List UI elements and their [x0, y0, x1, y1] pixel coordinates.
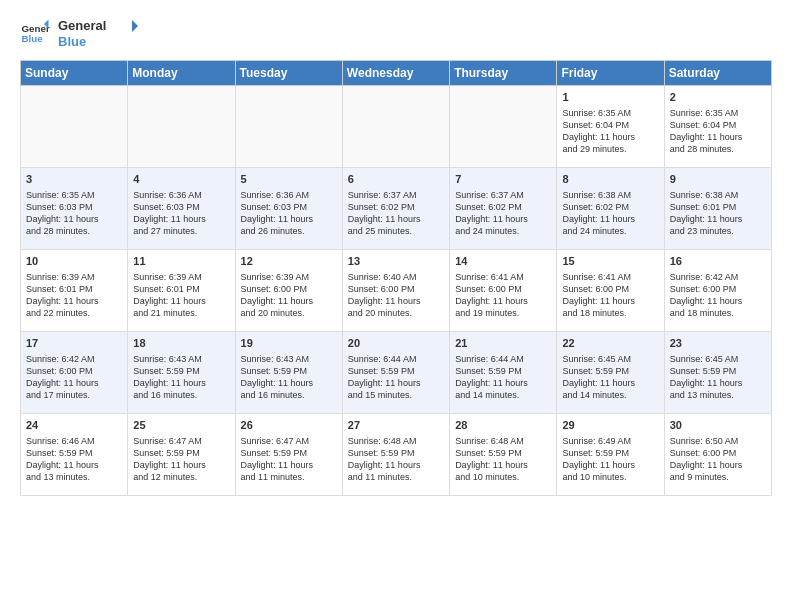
day-number: 29 — [562, 418, 659, 433]
calendar-cell: 28Sunrise: 6:48 AM Sunset: 5:59 PM Dayli… — [450, 414, 557, 496]
day-info: Sunrise: 6:36 AM Sunset: 6:03 PM Dayligh… — [133, 189, 230, 238]
day-info: Sunrise: 6:47 AM Sunset: 5:59 PM Dayligh… — [241, 435, 338, 484]
calendar-cell: 27Sunrise: 6:48 AM Sunset: 5:59 PM Dayli… — [342, 414, 449, 496]
calendar-cell — [450, 86, 557, 168]
day-info: Sunrise: 6:35 AM Sunset: 6:03 PM Dayligh… — [26, 189, 123, 238]
weekday-header-friday: Friday — [557, 61, 664, 86]
day-info: Sunrise: 6:46 AM Sunset: 5:59 PM Dayligh… — [26, 435, 123, 484]
day-info: Sunrise: 6:35 AM Sunset: 6:04 PM Dayligh… — [670, 107, 767, 156]
calendar-cell: 13Sunrise: 6:40 AM Sunset: 6:00 PM Dayli… — [342, 250, 449, 332]
day-number: 21 — [455, 336, 552, 351]
calendar-cell: 8Sunrise: 6:38 AM Sunset: 6:02 PM Daylig… — [557, 168, 664, 250]
day-number: 7 — [455, 172, 552, 187]
logo-general-text: General — [58, 18, 106, 33]
day-number: 22 — [562, 336, 659, 351]
day-info: Sunrise: 6:39 AM Sunset: 6:01 PM Dayligh… — [133, 271, 230, 320]
day-number: 26 — [241, 418, 338, 433]
calendar-table: SundayMondayTuesdayWednesdayThursdayFrid… — [20, 60, 772, 496]
logo-icon: General Blue — [20, 18, 50, 48]
calendar-week-3: 10Sunrise: 6:39 AM Sunset: 6:01 PM Dayli… — [21, 250, 772, 332]
logo-text-svg: General Blue — [58, 16, 138, 50]
day-number: 16 — [670, 254, 767, 269]
day-number: 30 — [670, 418, 767, 433]
calendar-cell — [235, 86, 342, 168]
calendar-cell: 24Sunrise: 6:46 AM Sunset: 5:59 PM Dayli… — [21, 414, 128, 496]
day-number: 1 — [562, 90, 659, 105]
calendar-cell: 26Sunrise: 6:47 AM Sunset: 5:59 PM Dayli… — [235, 414, 342, 496]
weekday-header-sunday: Sunday — [21, 61, 128, 86]
weekday-header-saturday: Saturday — [664, 61, 771, 86]
calendar-cell: 1Sunrise: 6:35 AM Sunset: 6:04 PM Daylig… — [557, 86, 664, 168]
calendar-cell — [342, 86, 449, 168]
day-info: Sunrise: 6:48 AM Sunset: 5:59 PM Dayligh… — [348, 435, 445, 484]
day-number: 5 — [241, 172, 338, 187]
day-info: Sunrise: 6:50 AM Sunset: 6:00 PM Dayligh… — [670, 435, 767, 484]
calendar-cell: 20Sunrise: 6:44 AM Sunset: 5:59 PM Dayli… — [342, 332, 449, 414]
day-info: Sunrise: 6:42 AM Sunset: 6:00 PM Dayligh… — [26, 353, 123, 402]
day-info: Sunrise: 6:45 AM Sunset: 5:59 PM Dayligh… — [562, 353, 659, 402]
day-number: 2 — [670, 90, 767, 105]
day-info: Sunrise: 6:48 AM Sunset: 5:59 PM Dayligh… — [455, 435, 552, 484]
day-number: 12 — [241, 254, 338, 269]
day-number: 23 — [670, 336, 767, 351]
day-info: Sunrise: 6:41 AM Sunset: 6:00 PM Dayligh… — [455, 271, 552, 320]
calendar-cell: 21Sunrise: 6:44 AM Sunset: 5:59 PM Dayli… — [450, 332, 557, 414]
calendar-cell: 5Sunrise: 6:36 AM Sunset: 6:03 PM Daylig… — [235, 168, 342, 250]
calendar-cell: 11Sunrise: 6:39 AM Sunset: 6:01 PM Dayli… — [128, 250, 235, 332]
day-info: Sunrise: 6:36 AM Sunset: 6:03 PM Dayligh… — [241, 189, 338, 238]
weekday-header-monday: Monday — [128, 61, 235, 86]
calendar-cell: 19Sunrise: 6:43 AM Sunset: 5:59 PM Dayli… — [235, 332, 342, 414]
day-info: Sunrise: 6:43 AM Sunset: 5:59 PM Dayligh… — [241, 353, 338, 402]
calendar-cell: 14Sunrise: 6:41 AM Sunset: 6:00 PM Dayli… — [450, 250, 557, 332]
header: General Blue General Blue — [20, 16, 772, 50]
weekday-header-row: SundayMondayTuesdayWednesdayThursdayFrid… — [21, 61, 772, 86]
svg-text:Blue: Blue — [22, 33, 44, 44]
day-number: 9 — [670, 172, 767, 187]
calendar-week-4: 17Sunrise: 6:42 AM Sunset: 6:00 PM Dayli… — [21, 332, 772, 414]
day-number: 25 — [133, 418, 230, 433]
day-number: 6 — [348, 172, 445, 187]
day-info: Sunrise: 6:42 AM Sunset: 6:00 PM Dayligh… — [670, 271, 767, 320]
day-number: 4 — [133, 172, 230, 187]
day-number: 14 — [455, 254, 552, 269]
calendar-cell: 30Sunrise: 6:50 AM Sunset: 6:00 PM Dayli… — [664, 414, 771, 496]
calendar-cell: 9Sunrise: 6:38 AM Sunset: 6:01 PM Daylig… — [664, 168, 771, 250]
day-info: Sunrise: 6:40 AM Sunset: 6:00 PM Dayligh… — [348, 271, 445, 320]
day-info: Sunrise: 6:39 AM Sunset: 6:01 PM Dayligh… — [26, 271, 123, 320]
calendar-cell: 7Sunrise: 6:37 AM Sunset: 6:02 PM Daylig… — [450, 168, 557, 250]
calendar-cell: 4Sunrise: 6:36 AM Sunset: 6:03 PM Daylig… — [128, 168, 235, 250]
weekday-header-wednesday: Wednesday — [342, 61, 449, 86]
day-info: Sunrise: 6:35 AM Sunset: 6:04 PM Dayligh… — [562, 107, 659, 156]
day-number: 15 — [562, 254, 659, 269]
day-number: 8 — [562, 172, 659, 187]
day-info: Sunrise: 6:49 AM Sunset: 5:59 PM Dayligh… — [562, 435, 659, 484]
calendar-cell: 6Sunrise: 6:37 AM Sunset: 6:02 PM Daylig… — [342, 168, 449, 250]
day-info: Sunrise: 6:37 AM Sunset: 6:02 PM Dayligh… — [348, 189, 445, 238]
day-info: Sunrise: 6:37 AM Sunset: 6:02 PM Dayligh… — [455, 189, 552, 238]
day-number: 11 — [133, 254, 230, 269]
day-info: Sunrise: 6:44 AM Sunset: 5:59 PM Dayligh… — [348, 353, 445, 402]
calendar-cell: 22Sunrise: 6:45 AM Sunset: 5:59 PM Dayli… — [557, 332, 664, 414]
calendar-cell: 23Sunrise: 6:45 AM Sunset: 5:59 PM Dayli… — [664, 332, 771, 414]
day-info: Sunrise: 6:44 AM Sunset: 5:59 PM Dayligh… — [455, 353, 552, 402]
calendar-week-5: 24Sunrise: 6:46 AM Sunset: 5:59 PM Dayli… — [21, 414, 772, 496]
day-info: Sunrise: 6:39 AM Sunset: 6:00 PM Dayligh… — [241, 271, 338, 320]
day-info: Sunrise: 6:41 AM Sunset: 6:00 PM Dayligh… — [562, 271, 659, 320]
logo-blue-text: Blue — [58, 34, 86, 49]
calendar-cell: 2Sunrise: 6:35 AM Sunset: 6:04 PM Daylig… — [664, 86, 771, 168]
day-number: 19 — [241, 336, 338, 351]
calendar-cell: 12Sunrise: 6:39 AM Sunset: 6:00 PM Dayli… — [235, 250, 342, 332]
day-number: 18 — [133, 336, 230, 351]
day-number: 10 — [26, 254, 123, 269]
calendar-cell: 29Sunrise: 6:49 AM Sunset: 5:59 PM Dayli… — [557, 414, 664, 496]
calendar-week-1: 1Sunrise: 6:35 AM Sunset: 6:04 PM Daylig… — [21, 86, 772, 168]
page-container: General Blue General Blue SundayMondayTu… — [0, 0, 792, 508]
day-info: Sunrise: 6:43 AM Sunset: 5:59 PM Dayligh… — [133, 353, 230, 402]
calendar-cell — [128, 86, 235, 168]
logo: General Blue General Blue — [20, 16, 138, 50]
weekday-header-tuesday: Tuesday — [235, 61, 342, 86]
day-info: Sunrise: 6:47 AM Sunset: 5:59 PM Dayligh… — [133, 435, 230, 484]
calendar-cell: 25Sunrise: 6:47 AM Sunset: 5:59 PM Dayli… — [128, 414, 235, 496]
day-info: Sunrise: 6:38 AM Sunset: 6:02 PM Dayligh… — [562, 189, 659, 238]
day-number: 20 — [348, 336, 445, 351]
